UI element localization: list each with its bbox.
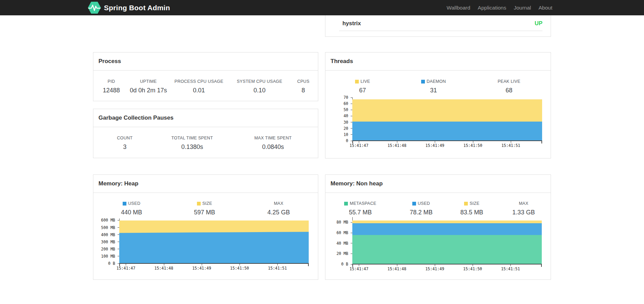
x-axis-line	[352, 264, 542, 264]
y-tick	[118, 234, 119, 235]
x-tick	[164, 264, 164, 265]
memory-nonheap-chart: 15:41:4715:41:4815:41:4915:41:5015:41:51…	[325, 217, 551, 273]
x-tick-label: 15:41:47	[350, 267, 368, 271]
y-tick-label: 20 MB	[325, 251, 348, 256]
y-tick-label: 0	[325, 138, 348, 143]
y-tick	[351, 104, 352, 104]
x-tick	[240, 264, 240, 265]
x-tick-label: 15:41:48	[154, 266, 173, 271]
y-tick	[351, 243, 352, 243]
y-tick	[351, 97, 352, 98]
stat-live: LIVE 67	[325, 79, 400, 94]
y-tick-label: 70	[325, 95, 348, 100]
daemon-swatch-icon	[421, 80, 425, 83]
stat-nonheap-size: SIZE 83.5 MB	[447, 201, 496, 216]
process-card-title: Process	[93, 52, 318, 71]
size-swatch-icon	[464, 202, 468, 206]
y-tick-label: 80 MB	[325, 220, 348, 225]
y-tick-label: 30	[325, 120, 348, 125]
pulse-hexagon-icon	[88, 2, 101, 14]
process-stats: PID 12488 UPTIME 0d 0h 2m 17s PROCESS CP…	[93, 79, 318, 94]
stat-cpus: CPUS 8	[289, 79, 318, 94]
y-tick	[351, 254, 352, 254]
left-column: Process PID 12488 UPTIME 0d 0h 2m 17s PR…	[93, 52, 318, 158]
stat-gc-max: MAX TIME SPENT 0.0840s	[228, 136, 318, 151]
nav-links: Wallboard Applications Journal About	[443, 5, 556, 11]
x-axis-end-tick	[308, 264, 309, 266]
x-axis-end-tick	[352, 141, 353, 143]
status-badge: UP	[535, 20, 542, 27]
plot-area: 15:41:4715:41:4815:41:4915:41:5015:41:51	[352, 217, 542, 264]
x-tick	[397, 141, 397, 143]
x-tick-label: 15:41:49	[426, 143, 444, 148]
nav-item-about[interactable]: About	[535, 5, 556, 11]
x-tick	[473, 264, 473, 266]
memory-nonheap-legend: METASPACE 55.7 MB USED 78.2 MB SIZE 83.5…	[325, 201, 551, 216]
stat-system-cpu: SYSTEM CPU USAGE 0.10	[230, 79, 289, 94]
nav-item-applications[interactable]: Applications	[474, 5, 510, 11]
stat-gc-count: COUNT 3	[93, 136, 156, 151]
right-column: Threads LIVE 67 DAEMON 31 PEAK LIVE 68	[325, 52, 551, 158]
x-axis-end-tick	[541, 141, 542, 143]
x-tick-label: 15:41:51	[501, 143, 520, 148]
memory-heap-chart: 15:41:4715:41:4815:41:4915:41:5015:41:51…	[93, 218, 318, 272]
x-axis-end-tick	[352, 264, 353, 267]
health-indicator-row[interactable]: hystrix UP	[325, 15, 551, 31]
stat-heap-used: USED 440 MB	[93, 201, 170, 216]
y-tick-label: 400 MB	[93, 232, 115, 237]
stat-nonheap-used: USED 78.2 MB	[395, 201, 447, 216]
stat-gc-total: TOTAL TIME SPENT 0.1380s	[156, 136, 228, 151]
row-memory: Memory: Heap USED 440 MB SIZE 597 MB MAX…	[93, 174, 551, 280]
threads-chart: 15:41:4715:41:4815:41:4915:41:5015:41:51…	[325, 97, 551, 150]
x-tick	[126, 264, 126, 265]
y-tick	[351, 222, 352, 223]
nav-item-journal[interactable]: Journal	[510, 5, 535, 11]
nav-item-wallboard[interactable]: Wallboard	[443, 5, 474, 11]
y-tick	[351, 122, 352, 122]
x-tick-label: 15:41:50	[230, 266, 249, 271]
x-tick	[359, 264, 359, 266]
stat-heap-max: MAX 4.25 GB	[239, 201, 318, 216]
x-tick-label: 15:41:51	[268, 266, 287, 271]
memory-heap-title: Memory: Heap	[93, 175, 318, 193]
navbar-container: Spring Boot Admin Wallboard Applications…	[88, 0, 556, 15]
x-axis-end-tick	[119, 264, 120, 266]
gc-card: Garbage Collection Pauses COUNT 3 TOTAL …	[93, 109, 318, 158]
y-tick	[118, 256, 119, 256]
x-tick-label: 15:41:48	[387, 143, 406, 148]
y-tick	[118, 242, 119, 242]
health-row-wrap: hystrix UP	[93, 15, 551, 37]
y-tick-label: 300 MB	[93, 240, 115, 244]
metaspace-swatch-icon	[344, 202, 348, 206]
stat-daemon: DAEMON 31	[400, 79, 467, 94]
y-tick	[118, 249, 119, 249]
x-tick-label: 15:41:47	[117, 266, 135, 271]
x-tick	[435, 141, 435, 143]
y-tick-label: 600 MB	[93, 218, 115, 223]
used-swatch-icon	[123, 202, 126, 206]
y-tick	[118, 220, 119, 221]
stat-nonheap-max: MAX 1.33 GB	[496, 201, 551, 216]
x-tick-label: 15:41:49	[192, 266, 211, 271]
y-tick-label: 50	[325, 107, 348, 112]
brand[interactable]: Spring Boot Admin	[88, 2, 170, 14]
x-tick-label: 15:41:51	[501, 267, 520, 271]
x-tick	[511, 141, 511, 143]
y-tick-label: 500 MB	[93, 225, 115, 230]
y-tick	[351, 116, 352, 116]
x-tick-label: 15:41:50	[463, 143, 482, 148]
plot-area: 15:41:4715:41:4815:41:4915:41:5015:41:51	[352, 97, 542, 141]
y-tick-label: 10	[325, 132, 348, 137]
x-tick	[510, 264, 511, 266]
y-tick-label: 20	[325, 126, 348, 131]
threads-card: Threads LIVE 67 DAEMON 31 PEAK LIVE 68	[325, 52, 551, 158]
y-tick	[351, 110, 352, 110]
threads-legend: LIVE 67 DAEMON 31 PEAK LIVE 68	[325, 79, 551, 94]
size-swatch-icon	[197, 202, 201, 206]
x-axis-end-tick	[541, 264, 542, 267]
x-tick-label: 15:41:48	[387, 267, 406, 271]
live-swatch-icon	[355, 80, 359, 83]
y-tick-label: 100 MB	[93, 254, 115, 259]
plot-area: 15:41:4715:41:4815:41:4915:41:5015:41:51	[119, 218, 309, 263]
process-card: Process PID 12488 UPTIME 0d 0h 2m 17s PR…	[93, 52, 318, 101]
